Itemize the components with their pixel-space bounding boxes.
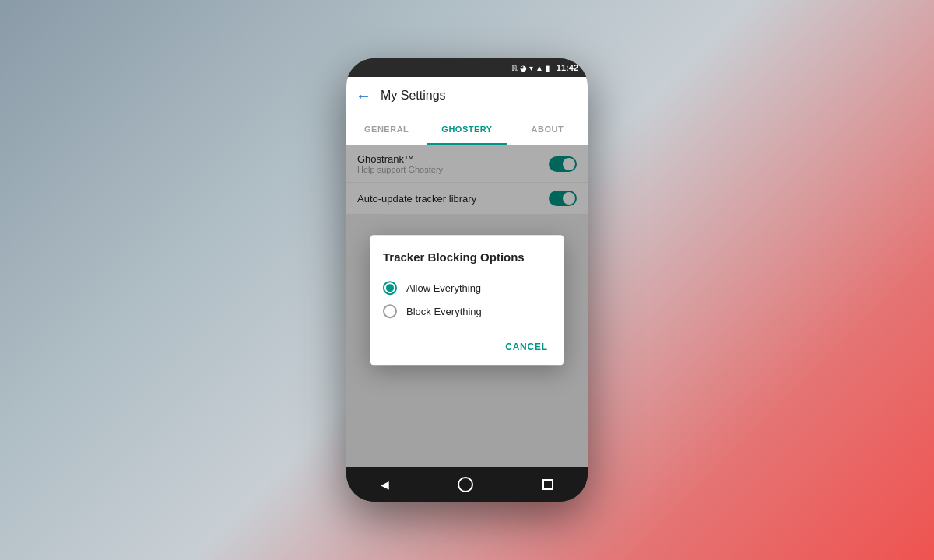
- scene: ℝ ◕ ▾ ▲ ▮ 11:42 ← My Settings GENERAL G: [0, 0, 934, 560]
- phone: ℝ ◕ ▾ ▲ ▮ 11:42 ← My Settings GENERAL G: [346, 58, 588, 502]
- nav-recents-button[interactable]: [542, 479, 553, 490]
- dialog-title: Tracker Blocking Options: [383, 250, 551, 264]
- allow-everything-label: Allow Everything: [406, 282, 481, 294]
- wifi-icon: ◕: [520, 64, 527, 72]
- tab-bar: GENERAL GHOSTERY ABOUT: [346, 114, 588, 145]
- tab-about[interactable]: ABOUT: [507, 114, 588, 145]
- nav-back-button[interactable]: ◀: [381, 478, 389, 491]
- bluetooth-icon: ℝ: [511, 64, 518, 72]
- app-screen: ← My Settings GENERAL GHOSTERY ABOUT: [346, 77, 588, 467]
- nav-bar: ◀: [346, 467, 588, 502]
- allow-everything-option[interactable]: Allow Everything: [383, 276, 551, 299]
- block-everything-option[interactable]: Block Everything: [383, 299, 551, 323]
- battery-icon: ▮: [546, 64, 550, 72]
- tab-ghostery[interactable]: GHOSTERY: [427, 114, 507, 145]
- block-everything-radio[interactable]: [383, 304, 397, 318]
- signal-bars-icon: ▲: [535, 64, 543, 72]
- tab-general[interactable]: GENERAL: [346, 114, 427, 145]
- nav-home-button[interactable]: [458, 477, 473, 492]
- status-bar: ℝ ◕ ▾ ▲ ▮ 11:42: [346, 58, 588, 77]
- back-button[interactable]: ←: [356, 87, 371, 105]
- toolbar: ← My Settings: [346, 77, 588, 114]
- allow-everything-radio[interactable]: [383, 281, 397, 295]
- cancel-button[interactable]: CANCEL: [502, 335, 551, 359]
- tracker-blocking-dialog: Tracker Blocking Options Allow Everythin…: [370, 235, 564, 365]
- status-time: 11:42: [557, 63, 578, 72]
- settings-content: Ghostrank™ Help support Ghostery ✓ Auto-…: [346, 145, 588, 467]
- signal-icon: ▾: [529, 64, 533, 72]
- dialog-actions: CANCEL: [383, 332, 551, 359]
- status-icons: ℝ ◕ ▾ ▲ ▮: [511, 64, 550, 72]
- page-title: My Settings: [381, 89, 446, 103]
- block-everything-label: Block Everything: [406, 306, 482, 317]
